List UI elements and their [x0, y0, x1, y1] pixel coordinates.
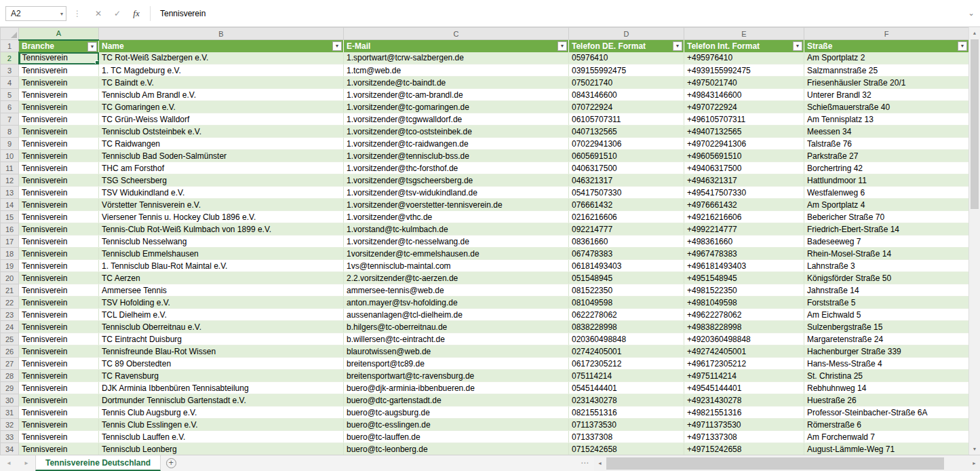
cell-f8[interactable]: Meessen 34 [804, 126, 969, 138]
cell-d33[interactable]: 071337308 [569, 431, 684, 443]
cell-b9[interactable]: TC Raidwangen [99, 138, 344, 150]
sheet-nav-left-icon[interactable]: ◄ [0, 455, 18, 471]
cell-c28[interactable]: breitensportwart@tc-ravensburg.de [344, 370, 569, 382]
row-header-27[interactable]: 27 [1, 358, 19, 370]
tab-overflow-dots-icon[interactable]: ⋯ [581, 455, 589, 471]
filter-dropdown-icon[interactable]: ▼ [557, 41, 567, 51]
cell-e7[interactable]: +496105707311 [684, 113, 804, 126]
column-header-c[interactable]: C [344, 28, 569, 40]
cell-b29[interactable]: DJK Arminia Ibbenbüren Tennisabteilung [99, 382, 344, 394]
row-header-7[interactable]: 7 [1, 113, 19, 126]
cell-b3[interactable]: 1. TC Magdeburg e.V. [99, 64, 344, 77]
row-header-10[interactable]: 10 [1, 150, 19, 162]
cell-f33[interactable]: Am Forchenwald 7 [804, 431, 969, 443]
cell-a23[interactable]: Tennisverein [19, 309, 99, 321]
row-header-23[interactable]: 23 [1, 309, 19, 321]
cell-c8[interactable]: 1.vorsitzender@tco-oststeinbek.de [344, 126, 569, 138]
filter-dropdown-icon[interactable]: ▼ [673, 41, 682, 51]
formula-bar-expand-icon[interactable]: ⌄ [962, 9, 980, 18]
cell-c12[interactable]: 1.vorsitzender@tsgscheersberg.de [344, 174, 569, 187]
cell-e13[interactable]: +495417507330 [684, 187, 804, 199]
row-header-9[interactable]: 9 [1, 138, 19, 150]
row-header-5[interactable]: 5 [1, 89, 19, 101]
cell-c11[interactable]: 1.vorsitzender@thc-forsthof.de [344, 162, 569, 174]
row-header-24[interactable]: 24 [1, 321, 19, 333]
row-header-26[interactable]: 26 [1, 345, 19, 358]
insert-function-icon[interactable]: fx [127, 5, 146, 22]
row-header-13[interactable]: 13 [1, 187, 19, 199]
cell-d14[interactable]: 076661432 [569, 199, 684, 211]
cell-a19[interactable]: Tennisverein [19, 260, 99, 272]
cell-c4[interactable]: 1.vorsitzende@tc-baindt.de [344, 77, 569, 89]
cell-d9[interactable]: 07022941306 [569, 138, 684, 150]
cell-d21[interactable]: 081522350 [569, 284, 684, 297]
cell-e29[interactable]: +49545144401 [684, 382, 804, 394]
cell-e21[interactable]: +4981522350 [684, 284, 804, 297]
cell-f14[interactable]: Am Sportplatz 4 [804, 199, 969, 211]
cell-b8[interactable]: Tennisclub Oststeinbek e.V. [99, 126, 344, 138]
cell-f31[interactable]: Professor-Steinbacher-Straße 6A [804, 407, 969, 419]
cell-e26[interactable]: +492742405001 [684, 345, 804, 358]
column-header-f[interactable]: F [804, 28, 969, 40]
cell-b2[interactable]: TC Rot-Weiß Salzbergen e.V. [99, 52, 344, 64]
cell-c33[interactable]: buero@tc-lauffen.de [344, 431, 569, 443]
cell-d24[interactable]: 0838228998 [569, 321, 684, 333]
column-header-d[interactable]: D [569, 28, 684, 40]
name-box[interactable]: A2 ▾ [5, 6, 66, 21]
cell-c5[interactable]: 1.vorsitzender@tc-am-brandl.de [344, 89, 569, 101]
cell-c7[interactable]: 1.vorsitzender@tcgwwalldorf.de [344, 113, 569, 126]
cell-e20[interactable]: +4951548945 [684, 272, 804, 284]
cell-b34[interactable]: Tennisclub Leonberg [99, 443, 344, 455]
cell-d12[interactable]: 046321317 [569, 174, 684, 187]
cell-c21[interactable]: ammersee-tennis@web.de [344, 284, 569, 297]
cell-d17[interactable]: 08361660 [569, 236, 684, 248]
cell-b18[interactable]: Tennisclub Emmelshausen [99, 248, 344, 260]
cell-f29[interactable]: Rebhuhnweg 14 [804, 382, 969, 394]
cell-a32[interactable]: Tennisverein [19, 419, 99, 431]
add-sheet-button[interactable]: + [161, 455, 181, 471]
cell-c22[interactable]: anton.mayer@tsv-hofolding.de [344, 297, 569, 309]
cell-b31[interactable]: Tennis Club Augsburg e.V. [99, 407, 344, 419]
cell-d20[interactable]: 051548945 [569, 272, 684, 284]
cell-d18[interactable]: 067478383 [569, 248, 684, 260]
cell-e16[interactable]: +4992214777 [684, 223, 804, 236]
cell-c9[interactable]: 1.vorsitzender@tc-raidwangen.de [344, 138, 569, 150]
cell-c23[interactable]: aussenanlagen@tcl-dielheim.de [344, 309, 569, 321]
row-header-6[interactable]: 6 [1, 101, 19, 113]
cell-f5[interactable]: Unterer Brandl 32 [804, 89, 969, 101]
cell-a27[interactable]: Tennisverein [19, 358, 99, 370]
filter-dropdown-icon[interactable]: ▼ [332, 41, 342, 51]
cell-e12[interactable]: +4946321317 [684, 174, 804, 187]
row-header-11[interactable]: 11 [1, 162, 19, 174]
cell-a13[interactable]: Tennisverein [19, 187, 99, 199]
cell-f2[interactable]: Am Sportplatz 2 [804, 52, 969, 64]
cell-a4[interactable]: Tennisverein [19, 77, 99, 89]
cell-a12[interactable]: Tennisverein [19, 174, 99, 187]
cell-f11[interactable]: Borchertring 42 [804, 162, 969, 174]
cell-e33[interactable]: +4971337308 [684, 431, 804, 443]
cell-f32[interactable]: Römerstraße 6 [804, 419, 969, 431]
cell-a14[interactable]: Tennisverein [19, 199, 99, 211]
cell-c10[interactable]: 1.vorsitzender@tennisclub-bss.de [344, 150, 569, 162]
cell-a17[interactable]: Tennisverein [19, 236, 99, 248]
cell-a22[interactable]: Tennisverein [19, 297, 99, 309]
column-header-e[interactable]: E [684, 28, 804, 40]
cell-e6[interactable]: +4970722924 [684, 101, 804, 113]
cell-c32[interactable]: buero@tc-esslingen.de [344, 419, 569, 431]
cell-c3[interactable]: 1.tcm@web.de [344, 64, 569, 77]
cell-b17[interactable]: Tennisclub Nesselwang [99, 236, 344, 248]
cell-e30[interactable]: +49231430278 [684, 394, 804, 407]
cell-a21[interactable]: Tennisverein [19, 284, 99, 297]
cell-b6[interactable]: TC Gomaringen e.V. [99, 101, 344, 113]
cell-e28[interactable]: +4975114214 [684, 370, 804, 382]
cell-d25[interactable]: 020360498848 [569, 333, 684, 345]
cell-d7[interactable]: 06105707311 [569, 113, 684, 126]
formula-input[interactable]: Tennisverein [155, 9, 962, 18]
cell-d4[interactable]: 075021740 [569, 77, 684, 89]
cell-b19[interactable]: 1. Tennisclub Blau-Rot Maintal e.V. [99, 260, 344, 272]
row-header-29[interactable]: 29 [1, 382, 19, 394]
cancel-icon[interactable]: ✕ [89, 5, 108, 22]
cell-d28[interactable]: 075114214 [569, 370, 684, 382]
cell-a2[interactable]: Tennisverein [19, 52, 99, 64]
cell-a11[interactable]: Tennisverein [19, 162, 99, 174]
